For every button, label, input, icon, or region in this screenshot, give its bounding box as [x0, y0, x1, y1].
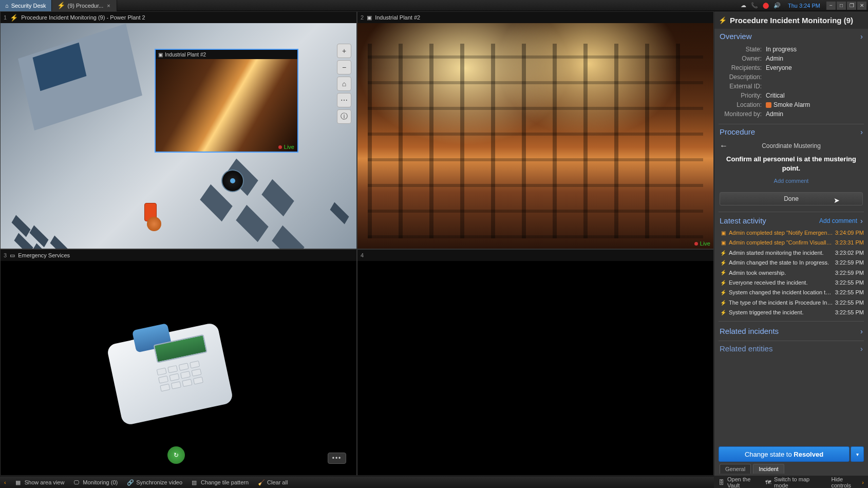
- activity-row[interactable]: ⚡Admin started monitoring the incident.3…: [718, 248, 866, 258]
- sync-video-button[interactable]: 🔗 Synchronize video: [127, 479, 182, 485]
- activity-time: 3:22:55 PM: [835, 299, 864, 307]
- subtab-general[interactable]: General: [720, 464, 751, 474]
- video-overlay: [368, 44, 703, 238]
- record-icon: [694, 242, 698, 246]
- activity-time: 3:24:09 PM: [835, 229, 864, 237]
- bolt-icon: ⚡: [720, 299, 727, 307]
- monitoring-button[interactable]: 🖵 Monitoring (0): [73, 479, 118, 485]
- activity-time: 3:22:59 PM: [835, 269, 864, 277]
- activity-text: Admin completed step "Confirm Visually "…: [727, 239, 835, 247]
- recipients-label: Recipients:: [720, 64, 766, 71]
- chevron-right-icon: ›: [862, 479, 864, 485]
- activity-time: 3:23:31 PM: [835, 239, 864, 247]
- camera-marker[interactable]: [221, 170, 244, 192]
- label: Show area view: [25, 479, 65, 485]
- done-button[interactable]: Done: [720, 192, 863, 205]
- change-state-button[interactable]: Change state to Resolved: [719, 446, 850, 462]
- open-vault-button[interactable]: 🗄 Open the Vault: [719, 476, 758, 489]
- layout-icon: ▥: [192, 479, 198, 485]
- phone-icon[interactable]: [106, 322, 234, 426]
- step-instruction: Confirm all personnel is at the musterin…: [714, 153, 868, 176]
- activity-time: 3:22:55 PM: [835, 309, 864, 316]
- procedure-header[interactable]: Procedure ›: [714, 124, 868, 139]
- switch-map-mode-button[interactable]: 🗺 Switch to map mode: [765, 476, 817, 489]
- alarm-icon: [766, 102, 771, 108]
- record-icon: [278, 145, 282, 149]
- monitored-by-label: Monitored by:: [720, 110, 766, 118]
- alert-icon[interactable]: ⬤: [762, 2, 769, 9]
- cursor-icon: ➤: [834, 196, 840, 204]
- activity-row[interactable]: ⚡Admin changed the state to In progress.…: [718, 258, 866, 268]
- clear-all-button[interactable]: 🧹 Clear all: [258, 479, 288, 485]
- related-incidents-header[interactable]: Related incidents ›: [714, 322, 868, 341]
- restore-button[interactable]: ❐: [847, 2, 856, 10]
- overview-header[interactable]: Overview ›: [714, 29, 868, 44]
- volume-icon[interactable]: 🔊: [773, 2, 781, 9]
- live-label: Live: [284, 144, 294, 150]
- activity-row[interactable]: ⚡System triggered the incident.3:22:55 P…: [718, 308, 866, 317]
- zoom-out-button[interactable]: −: [337, 60, 351, 74]
- camera-icon: ▣: [367, 14, 372, 21]
- tab-label: Security Desk: [11, 3, 46, 9]
- activity-row[interactable]: ▣Admin completed step "Confirm Visually …: [718, 238, 866, 248]
- activity-row[interactable]: ⚡The type of the incident is Procedure I…: [718, 298, 866, 308]
- home-button[interactable]: ⌂: [337, 77, 351, 91]
- sidebar-subtabs: General Incident: [714, 464, 868, 476]
- map-icon: 🗺: [765, 479, 771, 485]
- pip-camera[interactable]: ▣ Industrial Plant #2 Live: [155, 49, 298, 153]
- label: Hide controls: [831, 476, 859, 489]
- owner-value: Admin: [766, 55, 783, 62]
- phone-icon[interactable]: 📞: [751, 2, 758, 9]
- maximize-button[interactable]: □: [837, 2, 846, 10]
- more-options-button[interactable]: •••: [328, 453, 346, 464]
- external-id-label: External ID:: [720, 83, 766, 90]
- add-comment-button[interactable]: Add comment: [819, 217, 857, 224]
- hide-controls-button[interactable]: Hide controls ›: [831, 476, 864, 489]
- expand-icon[interactable]: ‹: [4, 479, 6, 485]
- activity-row[interactable]: ⚡System changed the incident location to…: [718, 288, 866, 297]
- tile-title: Procedure Incident Monitoring (9) - Powe…: [21, 14, 145, 21]
- live-label: Live: [700, 240, 710, 247]
- bolt-icon: ⚡: [720, 289, 727, 296]
- tab-security-desk[interactable]: ⌂ Security Desk: [0, 0, 52, 11]
- alarm-marker[interactable]: [144, 203, 157, 221]
- sidebar-title: ⚡ Procedure Incident Monitoring (9): [714, 11, 868, 29]
- tile-header: 1 ⚡ Procedure Incident Monitoring (9) - …: [1, 12, 356, 23]
- tile-1-map[interactable]: 1 ⚡ Procedure Incident Monitoring (9) - …: [0, 11, 357, 249]
- close-icon[interactable]: ×: [106, 3, 111, 9]
- activity-row[interactable]: ▣Admin completed step "Notify Emergency.…: [718, 228, 866, 238]
- tile-2-camera[interactable]: 2 ▣ Industrial Plant #2 Live: [357, 11, 714, 249]
- location-value: Smoke Alarm: [766, 101, 810, 108]
- activity-row[interactable]: ⚡Everyone received the incident.3:22:55 …: [718, 278, 866, 288]
- link-icon: 🔗: [127, 479, 133, 485]
- live-badge: Live: [694, 240, 710, 247]
- activity-row[interactable]: ⚡Admin took ownership.3:22:59 PM: [718, 268, 866, 278]
- info-button[interactable]: ⓘ: [337, 109, 351, 124]
- refresh-button[interactable]: ↻: [167, 446, 185, 464]
- show-area-view-button[interactable]: ▦ Show area view: [15, 479, 65, 485]
- close-button[interactable]: ✕: [857, 2, 866, 10]
- camera-icon: ▣: [158, 52, 163, 58]
- activity-list[interactable]: ▣Admin completed step "Notify Emergency.…: [714, 228, 868, 321]
- systray: ☁ 📞 ⬤ 🔊 Thu 3:24 PM: [737, 2, 826, 9]
- bolt-icon: ⚡: [57, 2, 65, 9]
- activity-text: Admin took ownership.: [727, 269, 835, 277]
- tab-incident[interactable]: ⚡ (9) Procedur... ×: [52, 0, 117, 11]
- tile-3-emergency[interactable]: 3 ▭ Emergency Services: [0, 249, 357, 476]
- tile-4-empty[interactable]: 4: [357, 249, 714, 476]
- zoom-in-button[interactable]: +: [337, 44, 351, 58]
- more-button[interactable]: ⋯: [337, 93, 351, 107]
- bolt-icon: ⚡: [720, 259, 727, 267]
- check-icon: ▣: [720, 230, 727, 237]
- label: Change tile pattern: [201, 479, 249, 485]
- subtab-incident[interactable]: Incident: [753, 464, 784, 474]
- change-state-dropdown[interactable]: ▾: [851, 446, 864, 462]
- add-comment-link[interactable]: Add comment: [714, 176, 868, 189]
- minimize-button[interactable]: −: [826, 2, 836, 10]
- related-entities-header[interactable]: Related entities ›: [714, 341, 868, 354]
- cloud-icon[interactable]: ☁: [740, 2, 747, 9]
- activity-text: The type of the incident is Procedure In…: [727, 299, 835, 307]
- back-button[interactable]: ←: [720, 141, 730, 151]
- chevron-right-icon[interactable]: ›: [860, 216, 863, 225]
- change-tile-pattern-button[interactable]: ▥ Change tile pattern: [192, 479, 249, 485]
